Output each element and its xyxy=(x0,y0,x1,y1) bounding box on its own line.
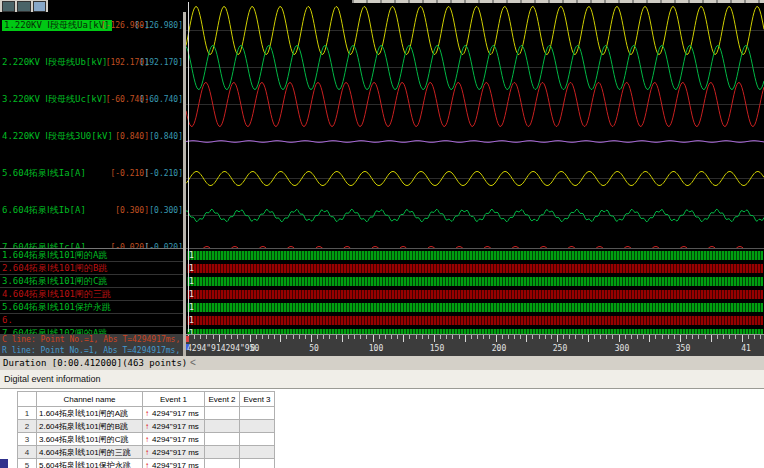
header-channel-name: Channel name xyxy=(37,392,143,407)
rising-edge-arrow-icon: ↑ xyxy=(145,448,149,457)
digital-state-value: 1 xyxy=(189,264,194,273)
toolbar-button-2[interactable] xyxy=(17,1,30,12)
analog-channel-label[interactable]: 5.604拓泉Ⅰ线Ia[A] xyxy=(2,168,86,179)
scroll-left-arrow-icon[interactable]: < xyxy=(190,357,196,368)
digital-channel-label[interactable]: 4.604拓泉Ⅰ线101闸的三跳 xyxy=(0,288,183,301)
digital-channel-list: 1.604拓泉Ⅰ线101闸的A跳2.604拓泉Ⅰ线101闸的B跳3.604拓泉Ⅰ… xyxy=(0,248,183,334)
rising-edge-arrow-icon: ↑ xyxy=(145,409,149,418)
analog-channel-row[interactable]: 4.220KV Ⅰ段母线3U0[kV][0.840][0.840] xyxy=(0,123,183,160)
ruler-time-label: 150 xyxy=(430,344,444,353)
digital-channel-label[interactable]: 2.604拓泉Ⅰ线101闸的B跳 xyxy=(0,262,183,275)
digital-state-value: 1 xyxy=(189,303,194,312)
digital-state-value: 1 xyxy=(189,290,194,299)
event-row-number: 2 xyxy=(18,420,37,433)
event-table-row[interactable]: 11.604拓泉Ⅰ线101闸的A跳↑4294"917 ms xyxy=(18,407,275,420)
analog-channel-label[interactable]: 2.220KV Ⅰ段母线Ub[kV] xyxy=(2,57,108,68)
event-channel-name: 3.604拓泉Ⅰ线101闸的C跳 xyxy=(37,433,143,446)
event-2-cell xyxy=(205,446,240,459)
waveform-plot-area[interactable]: 1111111 xyxy=(186,0,764,334)
digital-channel-label[interactable]: 1.604拓泉Ⅰ线101闸的A跳 xyxy=(0,249,183,262)
ruler-time-label: 100 xyxy=(369,344,383,353)
event-2-cell xyxy=(205,433,240,446)
horizontal-scrollbar[interactable]: Duration [0:00.412000](463 points) < xyxy=(0,356,764,370)
panel-splitter[interactable] xyxy=(183,12,186,356)
analog-channel-row[interactable]: 3.220KV Ⅰ段母线Uc[kV][-60.740][-60.740] xyxy=(0,86,183,123)
digital-state-value: 1 xyxy=(189,316,194,325)
ruler-ticks xyxy=(188,335,764,343)
digital-trace: 1 xyxy=(187,264,763,273)
r-cursor-value: [-0.210] xyxy=(144,169,183,178)
event-channel-name: 2.604拓泉Ⅰ线101闸的B跳 xyxy=(37,420,143,433)
digital-trace: 1 xyxy=(187,303,763,312)
ruler-time-label: 200 xyxy=(492,344,506,353)
rising-edge-arrow-icon: ↑ xyxy=(145,422,149,431)
c-cursor-value: [0.300] xyxy=(115,206,149,215)
ruler-time-label: 300 xyxy=(615,344,629,353)
analog-channel-row[interactable]: 1.220KV Ⅰ段母线Ua[kV][-126.980][-126.980] xyxy=(0,12,183,49)
ruler-time-label: 41 xyxy=(741,344,751,353)
cursor-line[interactable] xyxy=(188,2,189,332)
c-cursor-status: C line: Point No.=1, Abs T=4294917ms, Re… xyxy=(2,334,183,345)
digital-trace-area: 1111111 xyxy=(186,248,764,334)
event-2-cell xyxy=(205,459,240,468)
analog-channel-row[interactable]: 7.604拓泉Ⅰ线Ic[A][-0.020][-0.020] xyxy=(0,234,183,248)
digital-channel-label[interactable]: 6. xyxy=(0,314,183,327)
header-row-number xyxy=(18,392,37,407)
top-edge-strip xyxy=(352,0,764,3)
rising-edge-arrow-icon: ↑ xyxy=(145,435,149,444)
event-table-row[interactable]: 22.604拓泉Ⅰ线101闸的B跳↑4294"917 ms xyxy=(18,420,275,433)
digital-trace: 1 xyxy=(187,290,763,299)
analog-channel-list: 1.220KV Ⅰ段母线Ua[kV][-126.980][-126.980]2.… xyxy=(0,12,183,248)
ruler-time-label: 50 xyxy=(309,344,319,353)
event-channel-name: 4.604拓泉Ⅰ线101闸的三跳 xyxy=(37,446,143,459)
header-event-2: Event 2 xyxy=(205,392,240,407)
event-3-cell xyxy=(240,407,275,420)
window-corner-artifact xyxy=(0,459,8,468)
analog-channel-row[interactable]: 2.220KV Ⅰ段母线Ub[kV][192.170][192.170] xyxy=(0,49,183,86)
analog-channel-label[interactable]: 1.220KV Ⅰ段母线Ua[kV] xyxy=(2,20,112,31)
event-row-number: 1 xyxy=(18,407,37,420)
r-cursor-value: [-60.740] xyxy=(140,95,183,104)
ruler-time-label: 350 xyxy=(676,344,690,353)
event-table-header-row: Channel name Event 1 Event 2 Event 3 xyxy=(18,392,275,407)
event-row-number: 5 xyxy=(18,459,37,468)
digital-event-section: Digital event information Channel name E… xyxy=(0,370,764,468)
event-table-row[interactable]: 44.604拓泉Ⅰ线101闸的三跳↑4294"917 ms xyxy=(18,446,275,459)
digital-channel-label[interactable]: 5.604拓泉Ⅰ线101保护永跳 xyxy=(0,301,183,314)
analog-channel-label[interactable]: 3.220KV Ⅰ段母线Uc[kV] xyxy=(2,94,108,105)
analog-channel-row[interactable]: 5.604拓泉Ⅰ线Ia[A][-0.210][-0.210] xyxy=(0,160,183,197)
event-channel-name: 5.604拓泉Ⅰ线101保护永跳 xyxy=(37,459,143,468)
event-table-row[interactable]: 55.604拓泉Ⅰ线101保护永跳↑4294"917 ms xyxy=(18,459,275,468)
event-2-cell xyxy=(205,420,240,433)
r-cursor-status: R line: Point No.=1, Abs T=4294917ms, Re… xyxy=(2,345,183,356)
analog-channel-row[interactable]: 6.604拓泉Ⅰ线Ib[A][0.300][0.300] xyxy=(0,197,183,234)
header-event-3: Event 3 xyxy=(240,392,275,407)
r-cursor-value: [0.840] xyxy=(149,132,183,141)
analog-channel-label[interactable]: 6.604拓泉Ⅰ线Ib[A] xyxy=(2,205,86,216)
event-row-number: 4 xyxy=(18,446,37,459)
digital-channel-label[interactable]: 7.604拓泉Ⅰ线102闸的A跳 xyxy=(0,327,183,334)
analog-channel-label[interactable]: 4.220KV Ⅰ段母线3U0[kV] xyxy=(2,131,113,142)
time-ruler[interactable]: 4294"914294"950 05010015020025030035041 xyxy=(186,334,764,356)
digital-state-value: 1 xyxy=(189,251,194,260)
event-1-cell: ↑4294"917 ms xyxy=(143,459,205,468)
analog-waveform-canvas xyxy=(186,0,764,248)
toolbar-button-1[interactable] xyxy=(2,1,15,12)
event-1-cell: ↑4294"917 ms xyxy=(143,420,205,433)
toolbar-button-3[interactable] xyxy=(33,1,46,12)
event-table-row[interactable]: 33.604拓泉Ⅰ线101闸的C跳↑4294"917 ms xyxy=(18,433,275,446)
r-cursor-value: [-126.980] xyxy=(135,21,183,30)
cursor-status-panel: C line: Point No.=1, Abs T=4294917ms, Re… xyxy=(0,334,183,356)
digital-trace: 1 xyxy=(187,316,763,325)
digital-event-table: Channel name Event 1 Event 2 Event 3 11.… xyxy=(17,391,275,468)
event-2-cell xyxy=(205,407,240,420)
event-channel-name: 1.604拓泉Ⅰ线101闸的A跳 xyxy=(37,407,143,420)
c-cursor-value: [0.840] xyxy=(115,132,149,141)
ruler-cursor-times: 4294"914294"950 xyxy=(187,344,259,353)
r-cursor-value: [0.300] xyxy=(149,206,183,215)
digital-channel-label[interactable]: 3.604拓泉Ⅰ线101闸的C跳 xyxy=(0,275,183,288)
duration-label: Duration [0:00.412000](463 points) xyxy=(3,358,187,368)
c-cursor-flag[interactable] xyxy=(186,336,189,342)
event-row-number: 3 xyxy=(18,433,37,446)
digital-state-value: 1 xyxy=(189,277,194,286)
